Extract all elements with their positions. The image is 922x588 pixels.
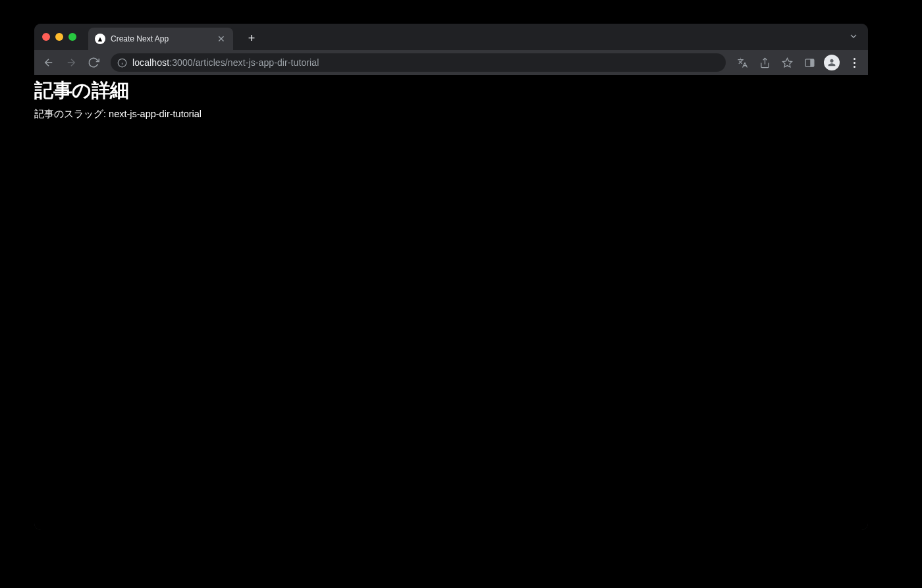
window-controls xyxy=(42,33,76,41)
kebab-icon xyxy=(850,58,859,68)
address-bar[interactable]: localhost:3000/articles/next-js-app-dir-… xyxy=(111,53,726,72)
tab-favicon-icon: ▲ xyxy=(95,34,105,44)
svg-rect-9 xyxy=(810,59,813,66)
page-viewport: 記事の詳細 記事のスラッグ: next-js-app-dir-tutorial xyxy=(34,75,868,530)
new-tab-button[interactable]: + xyxy=(242,29,261,47)
svg-marker-6 xyxy=(782,58,792,67)
slug-value: next-js-app-dir-tutorial xyxy=(109,109,202,119)
bookmark-icon[interactable] xyxy=(778,54,796,71)
avatar-icon xyxy=(824,55,840,70)
window-close-button[interactable] xyxy=(42,33,50,41)
address-text: localhost:3000/articles/next-js-app-dir-… xyxy=(132,57,319,68)
window-maximize-button[interactable] xyxy=(68,33,76,41)
page-slug-line: 記事のスラッグ: next-js-app-dir-tutorial xyxy=(34,108,868,120)
share-icon[interactable] xyxy=(756,54,773,71)
slug-label: 記事のスラッグ: xyxy=(34,109,109,119)
forward-button[interactable] xyxy=(62,53,80,72)
menu-button[interactable] xyxy=(846,54,863,71)
window-minimize-button[interactable] xyxy=(55,33,63,41)
reload-button[interactable] xyxy=(84,53,103,72)
site-info-icon[interactable] xyxy=(117,58,127,68)
browser-window: ▲ Create Next App ✕ + localhost:3000/art… xyxy=(34,24,868,530)
tab-close-button[interactable]: ✕ xyxy=(216,34,227,44)
translate-icon[interactable] xyxy=(734,54,751,71)
toolbar: localhost:3000/articles/next-js-app-dir-… xyxy=(34,50,868,75)
tab-title: Create Next App xyxy=(111,34,211,43)
page-heading: 記事の詳細 xyxy=(34,78,868,104)
tabs-dropdown-button[interactable] xyxy=(848,31,859,43)
address-path: :3000/articles/next-js-app-dir-tutorial xyxy=(169,57,319,68)
profile-button[interactable] xyxy=(823,54,840,71)
titlebar: ▲ Create Next App ✕ + xyxy=(34,24,868,50)
address-host: localhost xyxy=(132,57,169,68)
browser-tab[interactable]: ▲ Create Next App ✕ xyxy=(88,28,233,50)
toolbar-right xyxy=(734,54,863,71)
back-button[interactable] xyxy=(40,53,58,72)
sidepanel-icon[interactable] xyxy=(801,54,818,71)
